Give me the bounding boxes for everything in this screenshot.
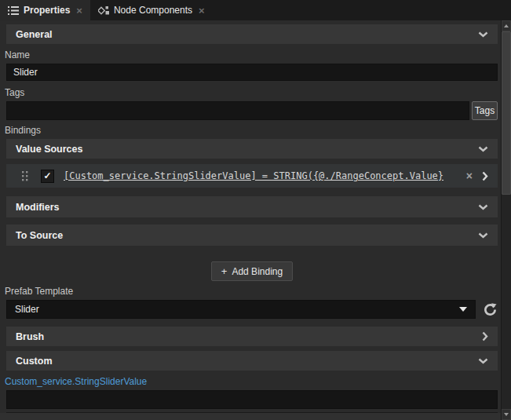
tab-properties[interactable]: Properties × xyxy=(0,0,90,20)
triangle-up-icon xyxy=(504,24,509,27)
chevron-down-icon xyxy=(478,358,488,364)
section-header-modifiers[interactable]: Modifiers xyxy=(6,196,498,217)
tags-button[interactable]: Tags xyxy=(472,101,498,120)
section-header-brush[interactable]: Brush xyxy=(6,327,498,346)
tags-label: Tags xyxy=(5,87,498,99)
add-binding-button[interactable]: + Add Binding xyxy=(211,261,293,281)
bindings-label: Bindings xyxy=(5,125,498,137)
open-binding-chevron-right-icon[interactable] xyxy=(482,171,493,181)
name-label: Name xyxy=(5,49,498,61)
custom-property-input[interactable] xyxy=(6,390,498,409)
scrollbar-thumb[interactable] xyxy=(502,31,511,195)
prefab-template-label: Prefab Template xyxy=(5,286,498,298)
section-title: General xyxy=(16,29,53,40)
tab-label: Properties xyxy=(24,5,70,16)
tab-node-components[interactable]: Node Components × xyxy=(90,0,213,20)
chevron-down-icon xyxy=(478,31,488,38)
chevron-right-icon xyxy=(482,331,488,341)
section-header-value-sources[interactable]: Value Sources xyxy=(6,139,498,159)
section-header-to-source[interactable]: To Source xyxy=(6,225,498,246)
tab-bar: Properties × Node Components × xyxy=(0,0,511,20)
section-title: Modifiers xyxy=(16,202,60,213)
remove-binding-icon[interactable]: × xyxy=(462,170,482,182)
vertical-scrollbar[interactable] xyxy=(501,20,511,420)
add-binding-label: Add Binding xyxy=(232,266,283,277)
section-title: Value Sources xyxy=(16,144,82,155)
section-title: Brush xyxy=(16,331,44,342)
section-title: To Source xyxy=(16,230,63,241)
tab-label: Node Components xyxy=(114,5,192,16)
scroll-down-button[interactable] xyxy=(502,409,511,420)
properties-panel: General Name Tags Tags Bindings Value So… xyxy=(0,20,501,420)
scroll-up-button[interactable] xyxy=(502,20,511,31)
chevron-down-icon xyxy=(478,146,488,152)
prefab-template-dropdown[interactable]: Slider xyxy=(6,300,476,319)
triangle-down-icon xyxy=(504,413,509,416)
bottom-strip xyxy=(0,413,501,420)
dropdown-arrow-icon xyxy=(459,307,467,312)
close-icon[interactable]: × xyxy=(199,5,205,16)
close-icon[interactable]: × xyxy=(76,5,82,16)
binding-expression-link[interactable]: [Custom_service.StringSliderValue] = STR… xyxy=(64,170,462,181)
binding-enabled-checkbox[interactable]: ✓ xyxy=(41,170,54,183)
custom-property-link[interactable]: Custom_service.StringSliderValue xyxy=(5,376,498,388)
tags-input[interactable] xyxy=(6,101,469,120)
list-icon xyxy=(8,6,19,15)
section-header-custom[interactable]: Custom xyxy=(6,351,498,371)
node-components-icon xyxy=(98,5,109,16)
drag-handle-icon[interactable] xyxy=(22,171,28,181)
section-header-general[interactable]: General xyxy=(6,24,498,44)
name-input[interactable] xyxy=(6,64,498,81)
dropdown-value: Slider xyxy=(15,304,459,315)
plus-icon: + xyxy=(221,265,228,277)
chevron-down-icon xyxy=(478,232,488,239)
chevron-down-icon xyxy=(478,204,488,210)
binding-row[interactable]: ✓ [Custom_service.StringSliderValue] = S… xyxy=(6,164,498,188)
scrollbar-track[interactable] xyxy=(502,195,511,409)
section-title: Custom xyxy=(16,356,53,367)
revert-arrow-icon[interactable] xyxy=(483,302,498,317)
